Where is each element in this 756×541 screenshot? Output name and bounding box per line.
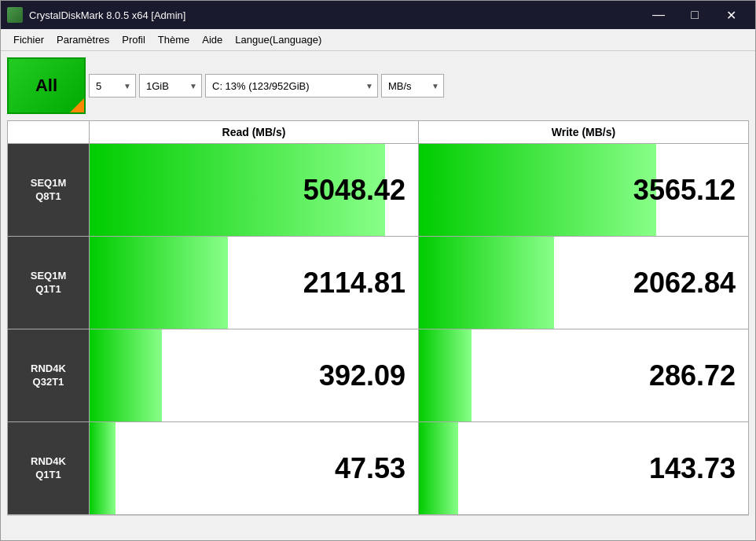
col-header-label [8,121,90,143]
count-select[interactable]: 5 1 3 10 [89,74,136,98]
read-value-rnd4k-q32t1: 392.09 [319,359,406,392]
read-cell-rnd4k-q1t1: 47.53 [90,422,419,514]
col-header-write: Write (MB/s) [419,121,748,143]
count-select-wrapper: 5 1 3 10 ▼ [89,74,136,98]
window-title: CrystalDiskMark 8.0.5 x64 [Admin] [29,9,640,21]
table-row: SEQ1MQ1T1 2114.81 2062.84 [8,237,748,329]
table-row: RND4KQ32T1 392.09 286.72 [8,329,748,422]
size-select-wrapper: 1GiB 512MiB 2GiB 4GiB 8GiB 16GiB 32GiB 6… [139,74,202,98]
row-label-seq1m-q1t1: SEQ1MQ1T1 [8,237,90,329]
read-value-rnd4k-q1t1: 47.53 [335,452,406,485]
row-label-seq1m-q8t1: SEQ1MQ8T1 [8,144,90,236]
controls-row: All 5 1 3 10 ▼ 1GiB 512MiB 2GiB 4GiB 8Gi… [7,57,749,114]
drive-select-wrapper: C: 13% (123/952GiB) ▼ [205,74,378,98]
table-header: Read (MB/s) Write (MB/s) [8,121,748,144]
close-button[interactable]: ✕ [713,1,749,29]
read-value-seq1m-q1t1: 2114.81 [303,267,406,300]
drive-select[interactable]: C: 13% (123/952GiB) [205,74,378,98]
read-cell-rnd4k-q32t1: 392.09 [90,329,419,421]
write-bar-rnd4k-q32t1 [419,329,472,421]
menu-aide[interactable]: Aide [196,31,229,49]
read-bar-seq1m-q1t1 [90,237,228,329]
read-value-seq1m-q8t1: 5048.42 [303,174,406,207]
read-cell-seq1m-q8t1: 5048.42 [90,144,419,236]
unit-select[interactable]: MB/s GB/s IOPS μs [381,74,444,98]
write-cell-seq1m-q1t1: 2062.84 [419,237,748,329]
table-row: SEQ1MQ8T1 5048.42 3565.12 [8,144,748,237]
menu-theme[interactable]: Thème [152,31,196,49]
maximize-button[interactable]: □ [677,1,713,29]
menu-bar: Fichier Paramètres Profil Thème Aide Lan… [1,29,755,51]
read-bar-rnd4k-q1t1 [90,422,116,514]
read-bar-rnd4k-q32t1 [90,329,162,421]
menu-langue[interactable]: Langue(Language) [229,31,328,49]
app-icon [7,7,23,23]
write-value-seq1m-q1t1: 2062.84 [633,267,736,300]
write-value-rnd4k-q1t1: 143.73 [649,452,736,485]
menu-parametres[interactable]: Paramètres [50,31,116,49]
write-value-seq1m-q8t1: 3565.12 [633,174,736,207]
read-cell-seq1m-q1t1: 2114.81 [90,237,419,329]
table-body: SEQ1MQ8T1 5048.42 3565.12 SEQ1MQ1T1 [8,144,748,514]
window-controls: — □ ✕ [640,1,749,29]
unit-select-wrapper: MB/s GB/s IOPS μs ▼ [381,74,444,98]
write-bar-seq1m-q1t1 [419,237,554,329]
main-content: All 5 1 3 10 ▼ 1GiB 512MiB 2GiB 4GiB 8Gi… [1,51,755,540]
table-row: RND4KQ1T1 47.53 143.73 [8,422,748,514]
minimize-button[interactable]: — [640,1,677,29]
results-table: Read (MB/s) Write (MB/s) SEQ1MQ8T1 5048.… [7,120,749,515]
all-button[interactable]: All [7,57,86,114]
write-cell-rnd4k-q32t1: 286.72 [419,329,748,421]
status-bar [7,515,749,534]
app-window: CrystalDiskMark 8.0.5 x64 [Admin] — □ ✕ … [0,0,756,541]
size-select[interactable]: 1GiB 512MiB 2GiB 4GiB 8GiB 16GiB 32GiB 6… [139,74,202,98]
write-cell-seq1m-q8t1: 3565.12 [419,144,748,236]
title-bar: CrystalDiskMark 8.0.5 x64 [Admin] — □ ✕ [1,1,755,29]
write-bar-rnd4k-q1t1 [419,422,458,514]
row-label-rnd4k-q32t1: RND4KQ32T1 [8,329,90,421]
write-cell-rnd4k-q1t1: 143.73 [419,422,748,514]
menu-fichier[interactable]: Fichier [7,31,50,49]
write-bar-seq1m-q8t1 [419,144,656,236]
menu-profil[interactable]: Profil [116,31,152,49]
col-header-read: Read (MB/s) [90,121,419,143]
write-value-rnd4k-q32t1: 286.72 [649,359,736,392]
row-label-rnd4k-q1t1: RND4KQ1T1 [8,422,90,514]
